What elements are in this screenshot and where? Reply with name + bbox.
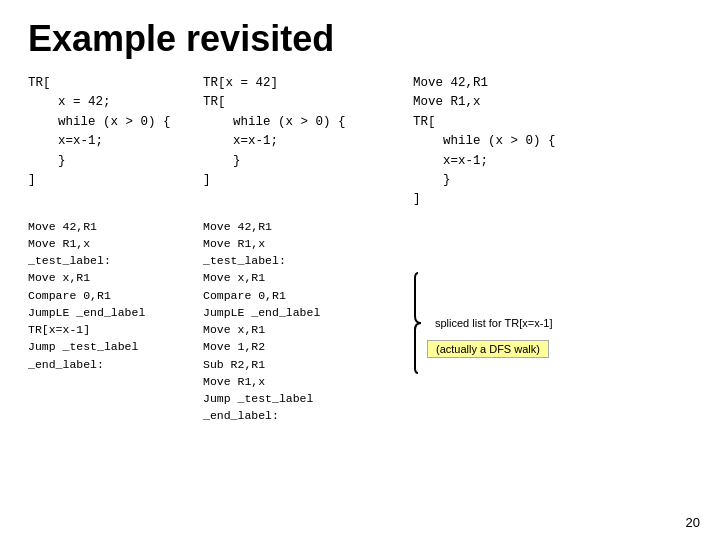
col2-top-code: TR[x = 42] TR[ while (x > 0) { x=x-1; } … (203, 74, 413, 190)
col3-top: Move 42,R1 Move R1,x TR[ while (x > 0) {… (413, 74, 692, 210)
page-number: 20 (686, 515, 700, 530)
col1-top: TR[ x = 42; while (x > 0) { x=x-1; } ] (28, 74, 203, 210)
bottom-row: Move 42,R1 Move R1,x _test_label: Move x… (28, 218, 692, 425)
slide-title: Example revisited (28, 18, 692, 60)
spliced-label-text: spliced list for TR[x=x-1] (427, 313, 552, 331)
col1-bottom: Move 42,R1 Move R1,x _test_label: Move x… (28, 218, 203, 425)
col3-top-code: Move 42,R1 Move R1,x TR[ while (x > 0) {… (413, 74, 692, 210)
top-row: TR[ x = 42; while (x > 0) { x=x-1; } ] T… (28, 74, 692, 210)
col3-bottom: spliced list for TR[x=x-1] (actually a D… (413, 218, 692, 425)
col1-bottom-code: Move 42,R1 Move R1,x _test_label: Move x… (28, 218, 203, 373)
col1-top-code: TR[ x = 42; while (x > 0) { x=x-1; } ] (28, 74, 203, 190)
col2-bottom: Move 42,R1 Move R1,x _test_label: Move x… (203, 218, 413, 425)
dfs-box-container: (actually a DFS walk) (427, 336, 549, 358)
col2-top: TR[x = 42] TR[ while (x > 0) { x=x-1; } … (203, 74, 413, 210)
col2-bottom-code: Move 42,R1 Move R1,x _test_label: Move x… (203, 218, 413, 425)
slide: Example revisited TR[ x = 42; while (x >… (0, 0, 720, 540)
